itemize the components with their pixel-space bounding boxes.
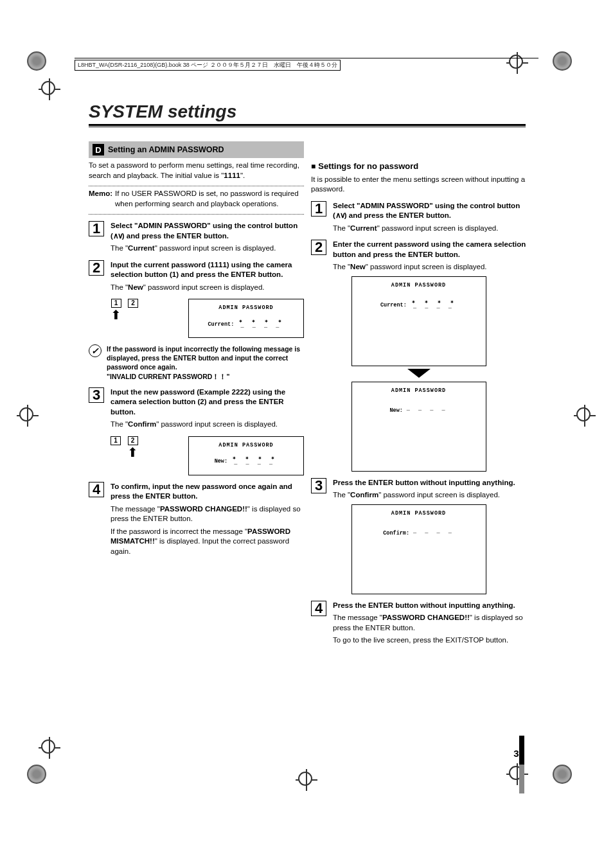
dotted-sep [89,214,304,215]
right-step-1: 1 Select "ADMIN PASSWORD" using the cont… [311,201,526,234]
step-num: 3 [89,387,104,403]
button-legend: 1⬆ 2 [111,299,138,319]
cam-btn-2: 2 [128,299,138,308]
right-step-4: 4 Press the ENTER button without inputti… [311,601,526,646]
screen-new-r: ADMIN PASSWORD New:_ _ _ _ [351,382,486,472]
crosshair-br [506,763,528,785]
left-step-3: 3 Input the new password (Example 2222) … [89,387,304,430]
edge-tab-black [519,736,524,765]
step-num: 2 [89,260,104,276]
screen-new: ADMIN PASSWORD New:＊ ＊ ＊ ＊_ _ _ _ [188,436,304,475]
left-intro: To set a password to perform menu settin… [89,161,304,181]
section-bar: D Setting an ADMIN PASSWORD [89,141,304,158]
cam-btn-1: 1 [111,299,121,308]
header-text: L8HBT_WA(DSR-2116_2108)(GB).book 38 ページ … [78,62,337,68]
updown-icon: ∧∨ [113,232,122,240]
step-num: 3 [311,478,326,493]
left-step-2: 2 Input the current password (1111) usin… [89,260,304,293]
crosshair-tl [39,78,60,100]
step-num: 2 [311,240,326,255]
right-subhead: ■ Settings for no password [311,161,526,172]
step-num: 4 [311,601,326,616]
print-mark-br [553,765,572,784]
memo-body: If no USER PASSWORD is set, no password … [115,189,304,209]
header-line: L8HBT_WA(DSR-2116_2108)(GB).book 38 ページ … [75,58,538,71]
screen-current-r: ADMIN PASSWORD Current:＊ ＊ ＊ ＊_ _ _ _ [351,276,486,366]
cam-btn-1: 1 [111,436,121,445]
title-underline [89,124,526,127]
right-step-3: 3 Press the ENTER button without inputti… [311,478,526,500]
square-icon: ■ [311,161,315,172]
up-arrow-icon: ⬆ [111,310,121,319]
step-num: 1 [89,221,104,236]
print-mark-bl [27,765,46,784]
left-step-1: 1 Select "ADMIN PASSWORD" using the cont… [89,221,304,254]
warning-icon: ✓ [89,344,102,357]
section-title: Setting an ADMIN PASSWORD [108,145,224,154]
screen-current: ADMIN PASSWORD Current:＊ ＊ ＊ ＊_ _ _ _ [188,299,304,338]
screen-confirm-r: ADMIN PASSWORD Confirm:_ _ _ _ [351,504,486,594]
memo-label: Memo: [89,189,112,209]
edge-tab-grey [519,765,524,793]
cam-btn-2: 2 [128,436,138,445]
button-legend: 1 2⬆ [111,436,138,457]
right-intro: It is possible to enter the menu setting… [311,175,526,195]
crosshair-mr [574,405,596,427]
step-num: 4 [89,482,104,497]
section-badge: D [93,144,104,155]
right-step-2: 2 Enter the current password using the c… [311,240,526,272]
page-title: SYSTEM settings [89,102,236,122]
print-mark-tl [27,51,46,71]
crosshair-bl [39,737,60,759]
crosshair-ml [17,405,39,427]
memo: Memo: If no USER PASSWORD is set, no pas… [89,189,304,209]
crosshair-bm [296,769,317,791]
warning: ✓ If the password is input incorrectly t… [89,344,304,381]
dotted-sep [89,186,304,186]
step-num: 1 [311,201,326,217]
updown-icon: ∧∨ [335,211,344,219]
up-arrow-icon: ⬆ [127,448,138,457]
left-step-4: 4 To confirm, input the new password onc… [89,482,304,557]
down-arrow-icon [407,369,431,378]
print-mark-tr [553,51,572,71]
